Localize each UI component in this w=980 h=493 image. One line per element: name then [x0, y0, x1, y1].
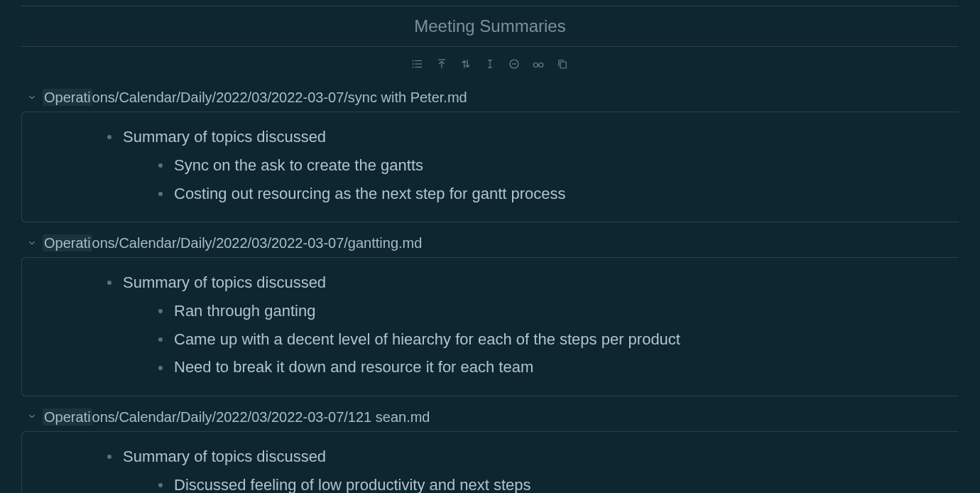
chevron-down-icon[interactable] [27, 411, 38, 423]
svg-point-5 [413, 67, 413, 67]
list-item: Summary of topics discussedDiscussed fee… [107, 445, 944, 493]
result-section: Operations/Calendar/Daily/2022/03/2022-0… [21, 85, 959, 222]
path-match-highlight: Operati [43, 234, 92, 251]
chevron-down-icon[interactable] [27, 92, 38, 104]
result-section: Operations/Calendar/Daily/2022/03/2022-0… [21, 231, 959, 396]
summary-heading: Summary of topics discussed [123, 128, 326, 146]
remove-circle-icon[interactable] [507, 57, 521, 71]
list-item: Summary of topics discussedRan through g… [107, 271, 944, 381]
list-item: Came up with a decent level of hiearchy … [158, 325, 944, 354]
path-match-highlight: Operati [43, 89, 92, 106]
list-item: Discussed feeling of low productivity an… [158, 471, 944, 493]
svg-point-3 [413, 60, 413, 61]
file-path[interactable]: Operations/Calendar/Daily/2022/03/2022-0… [43, 90, 467, 106]
list-item: Summary of topics discussedSync on the a… [107, 125, 944, 207]
summary-heading: Summary of topics discussed [123, 448, 326, 465]
sort-arrows-icon[interactable] [459, 57, 473, 71]
list-item: Sync on the ask to create the gantts [158, 151, 944, 180]
list-item: Need to break it down and resource it fo… [158, 353, 944, 381]
file-path[interactable]: Operations/Calendar/Daily/2022/03/2022-0… [43, 409, 430, 426]
section-body: Summary of topics discussedDiscussed fee… [21, 431, 959, 493]
path-rest: ons/Calendar/Daily/2022/03/2022-03-07/ga… [92, 235, 423, 251]
chevron-down-icon[interactable] [27, 238, 38, 249]
section-header[interactable]: Operations/Calendar/Daily/2022/03/2022-0… [21, 405, 959, 431]
summary-heading: Summary of topics discussed [123, 273, 326, 291]
path-rest: ons/Calendar/Daily/2022/03/2022-03-07/12… [92, 409, 430, 425]
list-item: Costing out resourcing as the next step … [158, 180, 944, 208]
section-header[interactable]: Operations/Calendar/Daily/2022/03/2022-0… [21, 85, 959, 112]
list-item: Ran through ganting [158, 297, 944, 325]
page-title: Meeting Summaries [414, 16, 565, 36]
glasses-icon[interactable] [531, 57, 545, 71]
move-top-icon[interactable] [435, 57, 449, 71]
svg-point-14 [539, 63, 543, 67]
copy-icon[interactable] [555, 57, 570, 71]
path-rest: ons/Calendar/Daily/2022/03/2022-03-07/sy… [92, 90, 467, 105]
svg-point-4 [413, 64, 413, 65]
svg-rect-15 [560, 62, 566, 68]
list-icon[interactable] [410, 57, 425, 71]
result-section: Operations/Calendar/Daily/2022/03/2022-0… [21, 405, 959, 493]
path-match-highlight: Operati [43, 408, 92, 426]
text-cursor-icon[interactable] [483, 57, 497, 71]
section-body: Summary of topics discussedRan through g… [21, 257, 959, 396]
section-header[interactable]: Operations/Calendar/Daily/2022/03/2022-0… [21, 231, 959, 257]
section-body: Summary of topics discussedSync on the a… [21, 112, 959, 222]
svg-point-13 [533, 63, 538, 67]
file-path[interactable]: Operations/Calendar/Daily/2022/03/2022-0… [43, 235, 422, 251]
title-bar: Meeting Summaries [21, 6, 959, 47]
toolbar [21, 47, 959, 77]
